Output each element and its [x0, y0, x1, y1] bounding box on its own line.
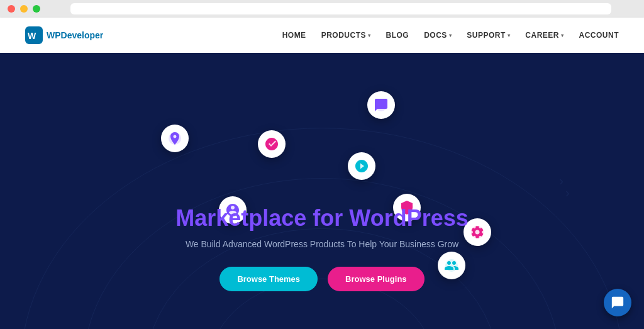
nav-item-home[interactable]: HOME [282, 31, 306, 40]
chevron-down-icon: ▾ [449, 33, 452, 38]
chevron-down-icon: ▾ [561, 33, 564, 38]
close-button[interactable] [8, 5, 15, 13]
nav-item-support[interactable]: SUPPORT▾ [467, 31, 510, 40]
nav-link-docs[interactable]: DOCS▾ [424, 31, 452, 40]
hero-title: Marketplace for WordPress [175, 205, 469, 231]
window-chrome [0, 0, 644, 18]
nav-link-blog[interactable]: BLOG [386, 31, 409, 40]
nav-link-home[interactable]: HOME [282, 31, 306, 40]
hero-title-highlight: WordPress [349, 205, 468, 231]
navbar: W WPDeveloper HOME PRODUCTS▾ BLOG DOCS▾ … [0, 18, 644, 53]
nav-item-blog[interactable]: BLOG [386, 31, 409, 40]
minimize-button[interactable] [20, 5, 28, 13]
nav-item-career[interactable]: CAREER▾ [525, 31, 564, 40]
nav-link-products[interactable]: PRODUCTS▾ [321, 31, 371, 40]
nav-item-docs[interactable]: DOCS▾ [424, 31, 452, 40]
logo[interactable]: W WPDeveloper [25, 26, 103, 44]
float-icon-1 [258, 130, 286, 158]
float-icon-4 [161, 125, 189, 152]
svg-text:W: W [28, 31, 36, 41]
browse-themes-button[interactable]: Browse Themes [219, 267, 318, 291]
chat-button[interactable] [604, 289, 631, 316]
chat-icon [611, 296, 625, 309]
nav-menu: HOME PRODUCTS▾ BLOG DOCS▾ SUPPORT▾ CAREE… [282, 31, 619, 40]
chevron-down-icon: ▾ [508, 33, 511, 38]
float-icon-2 [367, 91, 395, 119]
hero-subtitle: We Build Advanced WordPress Products To … [175, 239, 469, 249]
float-icon-3 [348, 152, 375, 180]
nav-item-products[interactable]: PRODUCTS▾ [321, 31, 371, 40]
nav-item-account[interactable]: ACCOUNT [579, 31, 619, 40]
browse-plugins-button[interactable]: Browse Plugins [328, 267, 425, 291]
nav-link-career[interactable]: CAREER▾ [525, 31, 564, 40]
hero-buttons: Browse Themes Browse Plugins [175, 267, 469, 291]
logo-text: WPDeveloper [47, 30, 103, 40]
hero-section: › › [0, 53, 644, 329]
hero-content: Marketplace for WordPress We Build Advan… [175, 205, 469, 291]
nav-link-support[interactable]: SUPPORT▾ [467, 31, 510, 40]
maximize-button[interactable] [33, 5, 40, 13]
chevron-down-icon: ▾ [368, 33, 371, 38]
nav-link-account[interactable]: ACCOUNT [579, 31, 619, 40]
address-bar[interactable] [70, 3, 611, 14]
hero-title-plain: Marketplace for [175, 205, 349, 231]
logo-icon: W [25, 26, 43, 44]
